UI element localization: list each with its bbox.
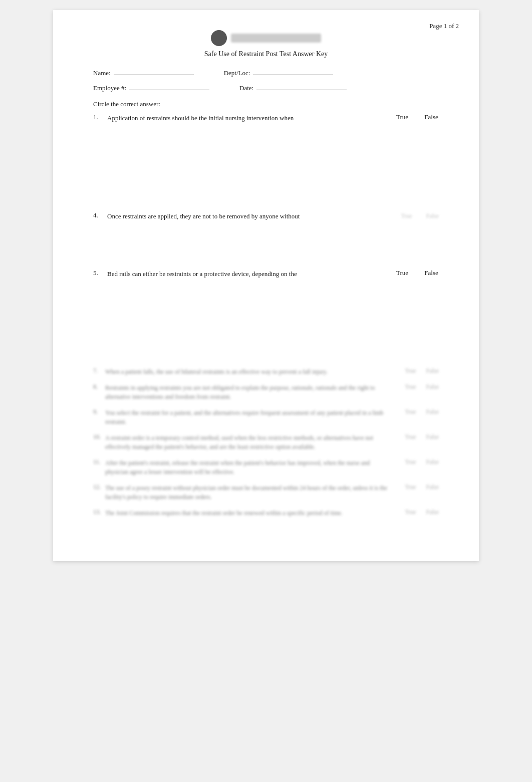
blurred-q13-text: The Joint Commission requires that the r… [105,508,394,517]
blurred-q9-false: False [426,408,439,416]
blurred-question-8: 8. Restraints in applying restraints you… [93,383,439,401]
blurred-q7-false: False [426,367,439,375]
blurred-question-10: 10. A restraint order is a temporary con… [93,433,439,451]
instructions-text: Circle the correct answer: [93,100,439,108]
blurred-q11-number: 11. [93,458,105,466]
blurred-q12-text: The use of a posey restraint without phy… [105,483,394,501]
form-row-2: Employee #: Date: [93,83,439,92]
question-1-text: Application of restraints should be the … [107,113,389,123]
blurred-q13-tf: True False [394,508,439,516]
employee-field: Employee #: [93,83,209,92]
name-field: Name: [93,68,194,77]
name-label: Name: [93,69,111,77]
blurred-q8-false: False [426,383,439,391]
blurred-q8-tf: True False [394,383,439,391]
blurred-questions-section: 7. When a patient falls, the use of bila… [93,367,439,517]
date-input [256,83,347,90]
question-1-false: False [424,113,439,121]
blurred-q11-tf: True False [394,458,439,466]
name-input [114,68,194,75]
document-page: Page 1 of 2 Safe Use of Restraint Post T… [53,10,479,561]
question-1-number: 1. [93,113,107,121]
blurred-q9-number: 9. [93,408,105,416]
blurred-q7-true: True [405,367,416,375]
question-4-false: False [426,212,439,220]
blurred-q13-true: True [405,508,416,516]
question-4: 4. Once restraints are applied, they are… [93,211,439,221]
blurred-q11-text: After the patient's restraint, release t… [105,458,394,476]
question-4-tf-labels: True False [401,212,439,220]
blurred-question-11: 11. After the patient's restraint, relea… [93,458,439,476]
blurred-q8-number: 8. [93,383,105,391]
question-5-tf: True False [389,269,439,277]
question-5: 5. Bed rails can either be restraints or… [93,269,439,279]
page-number: Page 1 of 2 [429,22,459,30]
blurred-q9-true: True [405,408,416,416]
employee-input [129,83,209,90]
blurred-question-13: 13. The Joint Commission requires that t… [93,508,439,517]
blurred-question-9: 9. You select the restraint for a patien… [93,408,439,426]
spacer-5 [93,317,439,357]
question-4-number: 4. [93,211,107,219]
question-4-text: Once restraints are applied, they are no… [107,211,389,221]
blurred-q10-tf: True False [394,433,439,441]
blurred-q10-number: 10. [93,433,105,441]
question-1-tf: True False [389,113,439,121]
form-row-1: Name: Dept/Loc: [93,68,439,77]
question-5-text: Bed rails can either be restraints or a … [107,269,389,279]
blurred-q11-true: True [405,458,416,466]
spacer-1 [93,131,439,171]
blurred-q7-text: When a patient falls, the use of bilater… [105,367,394,376]
question-5-true: True [395,269,410,277]
blurred-q8-text: Restraints in applying restraints you ar… [105,383,394,401]
question-4-tf: True False [389,211,439,220]
dept-input [253,68,333,75]
blurred-q12-number: 12. [93,483,105,491]
question-1-true: True [395,113,410,121]
question-5-number: 5. [93,269,107,277]
blurred-q10-false: False [426,433,439,441]
blurred-q10-true: True [405,433,416,441]
dept-field: Dept/Loc: [224,68,334,77]
blurred-q7-number: 7. [93,367,105,375]
blurred-question-12: 12. The use of a posey restraint without… [93,483,439,501]
org-name-blurred [231,34,321,43]
question-5-false: False [424,269,439,277]
document-title: Safe Use of Restraint Post Test Answer K… [93,50,439,58]
employee-label: Employee #: [93,84,126,92]
question-1: 1. Application of restraints should be t… [93,113,439,123]
blurred-q8-true: True [405,383,416,391]
blurred-q12-tf: True False [394,483,439,491]
spacer-4 [93,287,439,317]
logo-container [211,30,321,46]
question-4-true: True [401,212,412,220]
blurred-question-7: 7. When a patient falls, the use of bila… [93,367,439,376]
blurred-q9-text: You select the restraint for a patient, … [105,408,394,426]
blurred-q12-true: True [405,483,416,491]
header-logo [93,30,439,46]
date-label: Date: [239,84,253,92]
blurred-q13-false: False [426,508,439,516]
blurred-q10-text: A restraint order is a temporary control… [105,433,394,451]
org-icon [211,30,227,46]
blurred-q11-false: False [426,458,439,466]
blurred-q7-tf: True False [394,367,439,375]
dept-label: Dept/Loc: [224,69,250,77]
blurred-q13-number: 13. [93,508,105,516]
date-field: Date: [239,83,347,92]
spacer-3 [93,229,439,269]
blurred-q12-false: False [426,483,439,491]
blurred-q9-tf: True False [394,408,439,416]
spacer-2 [93,171,439,211]
